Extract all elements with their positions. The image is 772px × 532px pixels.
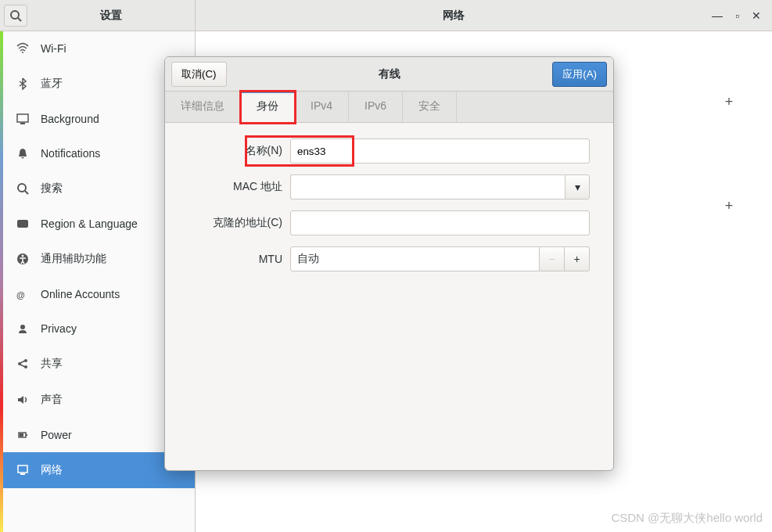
mtu-label: MTU <box>189 253 290 265</box>
dialog-title: 有线 <box>227 67 553 81</box>
chevron-down-icon: ▾ <box>565 174 590 200</box>
name-input[interactable] <box>290 138 590 164</box>
mac-value <box>290 174 565 200</box>
dialog-tabs: 详细信息 身份 IPv4 IPv6 安全 <box>165 92 613 123</box>
mtu-value[interactable]: 自动 <box>290 246 540 271</box>
clone-input[interactable] <box>290 210 590 235</box>
connection-dialog: 取消(C) 有线 应用(A) 详细信息 身份 IPv4 IPv6 安全 名称(N… <box>164 56 614 471</box>
tab-ipv4[interactable]: IPv4 <box>295 92 349 122</box>
mac-select[interactable]: ▾ <box>290 174 590 200</box>
mtu-increase-button[interactable]: + <box>565 246 590 271</box>
tab-details[interactable]: 详细信息 <box>165 92 241 122</box>
tab-identity[interactable]: 身份 <box>241 92 295 123</box>
watermark: CSDN @无聊大侠hello world <box>611 511 763 526</box>
dialog-form: 名称(N) MAC 地址 ▾ 克隆的地址(C) MTU 自动 − <box>165 123 613 298</box>
dialog-backdrop: 取消(C) 有线 应用(A) 详细信息 身份 IPv4 IPv6 安全 名称(N… <box>0 0 772 532</box>
clone-label: 克隆的地址(C) <box>189 216 290 230</box>
cancel-button[interactable]: 取消(C) <box>171 62 227 87</box>
tab-ipv6[interactable]: IPv6 <box>349 92 403 122</box>
mac-label: MAC 地址 <box>189 180 290 194</box>
tab-security[interactable]: 安全 <box>403 92 457 122</box>
name-label: 名称(N) <box>189 144 290 158</box>
dialog-header: 取消(C) 有线 应用(A) <box>165 57 613 92</box>
mtu-decrease-button[interactable]: − <box>540 246 565 271</box>
apply-button[interactable]: 应用(A) <box>552 62 607 87</box>
